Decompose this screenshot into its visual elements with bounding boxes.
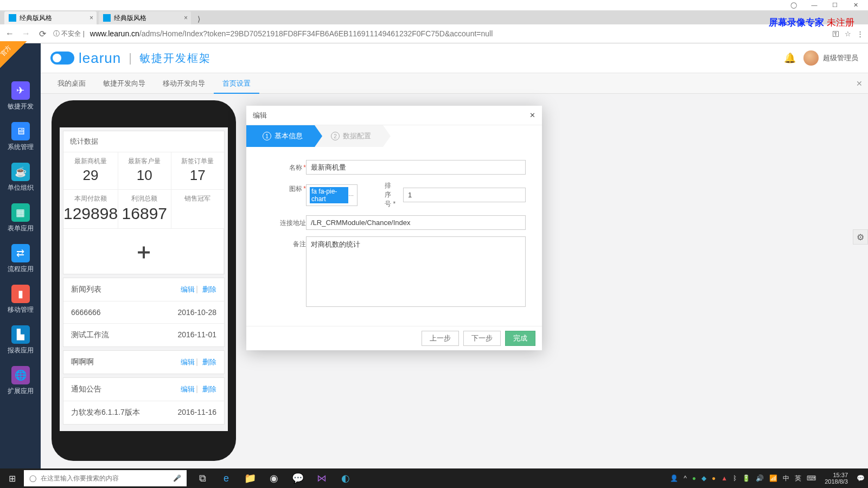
sidebar-item-agile[interactable]: ✈敏捷开发 [0,76,41,117]
sidebar-item-org[interactable]: ☕单位组织 [0,157,41,198]
edit-link[interactable]: 编辑 [181,285,195,293]
edge-icon[interactable]: e [215,468,238,488]
url-field[interactable]: www.learun.cn/adms/Home/Index?token=29BD… [90,29,827,38]
windows-taskbar: ⊞ ◯ 在这里输入你要搜索的内容 🎤 ⧉ e 📁 ◉ 💬 ⋈ ◐ 👤 ^ ● ◆… [0,468,868,488]
sidebar-item-mobile[interactable]: ▮移动管理 [0,279,41,320]
stat-cell[interactable]: 最新商机量29 [63,152,118,190]
stat-cell[interactable]: 最新客户量10 [118,152,171,190]
browser-tab-1[interactable]: 经典版风格 × [4,11,97,24]
ime-cn[interactable]: 中 [783,474,789,483]
taskview-icon[interactable]: ⧉ [191,468,214,488]
tray-icon[interactable]: ◆ [701,474,706,482]
reload-button[interactable]: ⟳ [37,29,48,39]
tray-chevron-icon[interactable]: ^ [684,474,687,482]
name-input[interactable] [306,160,526,175]
next-button[interactable]: 下一步 [463,331,501,346]
ellipsis-icon[interactable]: ··· [348,191,354,199]
tray-icon[interactable]: ▲ [721,474,727,482]
forward-button[interactable]: → [21,29,31,38]
sidebar-item-report[interactable]: ▙报表应用 [0,320,41,361]
mic-icon[interactable]: 🎤 [173,474,181,482]
step-basic-info[interactable]: 1基本信息 [246,125,315,147]
wechat-icon[interactable]: 💬 [286,468,309,488]
cortana-icon: ◯ [29,474,36,482]
minimize-button[interactable]: — [806,2,822,9]
delete-link[interactable]: 删除 [202,385,216,393]
user-icon[interactable]: ◯ [786,2,802,9]
tab-close-icon[interactable]: × [90,14,93,22]
key-icon[interactable]: ⚿ [832,30,839,38]
list-item[interactable]: 啊啊啊 编辑|删除 [63,351,224,374]
taskbar-search[interactable]: ◯ 在这里输入你要搜索的内容 🎤 [24,470,187,486]
volume-icon[interactable]: 🔊 [756,474,764,482]
list-item[interactable]: 力软发布6.1.1.7版本2016-11-16 [63,401,224,424]
modal-close-icon[interactable]: ✕ [529,111,535,119]
modal-header: 编辑 ✕ [246,106,542,125]
clock[interactable]: 15:372018/8/3 [821,472,851,485]
battery-icon[interactable]: 🔋 [742,474,750,482]
browser-tab-2[interactable]: 经典版风格 × [99,11,191,24]
wifi-icon[interactable]: 📶 [769,474,777,482]
subnav-tab-desktop[interactable]: 我的桌面 [49,73,94,94]
tray-icon[interactable]: ● [692,474,696,482]
avatar[interactable] [803,50,819,66]
icon-picker[interactable]: fa fa-pie-chart ··· [306,184,358,206]
remark-textarea[interactable]: 对商机数的统计 [306,236,526,307]
sidebar-item-form[interactable]: ▦表单应用 [0,198,41,239]
start-button[interactable]: ⊞ [0,473,24,484]
stat-cell[interactable]: 销售冠军 [171,190,224,229]
notice-card: 通知公告 编辑|删除 力软发布6.1.1.7版本2016-11-16 [63,377,225,425]
prev-button[interactable]: 上一步 [422,331,459,346]
people-icon[interactable]: 👤 [670,474,678,482]
sort-input[interactable] [403,188,526,202]
tray-icon[interactable]: ● [712,474,716,482]
sidebar-item-extend[interactable]: 🌐扩展应用 [0,361,41,401]
chrome-icon[interactable]: ◉ [263,468,285,488]
sub-nav: 我的桌面 敏捷开发向导 移动开发向导 首页设置 ✕ [41,73,868,94]
new-tab-button[interactable]: ⟩ [193,15,204,24]
sidebar-item-flow[interactable]: ⇄流程应用 [0,239,41,279]
app-icon[interactable]: ◐ [334,468,357,488]
add-stat-button[interactable]: ＋ [63,229,224,274]
sidebar-item-system[interactable]: 🖥系统管理 [0,117,41,157]
app-header: learun | 敏捷开发框架 🔔 超级管理员 [41,43,868,73]
back-button[interactable]: ← [4,29,15,38]
step-data-config[interactable]: 2数据配置 [315,125,383,147]
insecure-badge[interactable]: ⓘ 不安全 | [53,29,85,38]
delete-link[interactable]: 删除 [202,285,216,293]
logo[interactable]: learun [50,50,121,67]
list-item[interactable]: 测试工作流2016-11-01 [63,323,224,346]
delete-link[interactable]: 删除 [202,358,216,366]
stat-cell[interactable]: 本周付款额129898 [63,190,118,229]
settings-gear-button[interactable]: ⚙ [853,229,868,245]
subnav-tab-home-settings[interactable]: 首页设置 [214,73,259,94]
row-card: 啊啊啊 编辑|删除 [63,350,225,374]
bell-icon[interactable]: 🔔 [784,52,796,64]
keyboard-icon[interactable]: ⌨ [807,474,816,482]
username[interactable]: 超级管理员 [823,53,858,63]
ime-en[interactable]: 英 [795,474,801,483]
link-input[interactable] [306,215,526,230]
edit-link[interactable]: 编辑 [181,358,195,366]
subnav-tab-mobile-wizard[interactable]: 移动开发向导 [154,73,214,94]
menu-icon[interactable]: ⋮ [857,30,864,38]
notice-header: 通知公告 编辑|删除 [63,378,224,401]
wizard-steps: 1基本信息 2数据配置 [246,125,542,147]
notifications-icon[interactable]: 💬 [857,474,865,482]
maximize-button[interactable]: ☐ [827,2,843,9]
window-close-button[interactable]: ✕ [847,2,864,9]
vs-icon[interactable]: ⋈ [310,468,333,488]
tab-close-icon[interactable]: × [184,14,188,22]
list-item[interactable]: 66666662016-10-28 [63,301,224,323]
star-icon[interactable]: ☆ [845,30,851,38]
stat-cell[interactable]: 利润总额16897 [118,190,171,229]
android-icon: ▮ [11,285,30,303]
bluetooth-icon[interactable]: ᛒ [733,474,737,482]
subnav-close-icon[interactable]: ✕ [856,79,863,88]
brand-text: learun [79,50,121,67]
stat-cell[interactable]: 新签订单量17 [171,152,224,190]
done-button[interactable]: 完成 [505,331,535,346]
subnav-tab-agile-wizard[interactable]: 敏捷开发向导 [94,73,154,94]
edit-link[interactable]: 编辑 [181,385,195,393]
explorer-icon[interactable]: 📁 [239,468,261,488]
